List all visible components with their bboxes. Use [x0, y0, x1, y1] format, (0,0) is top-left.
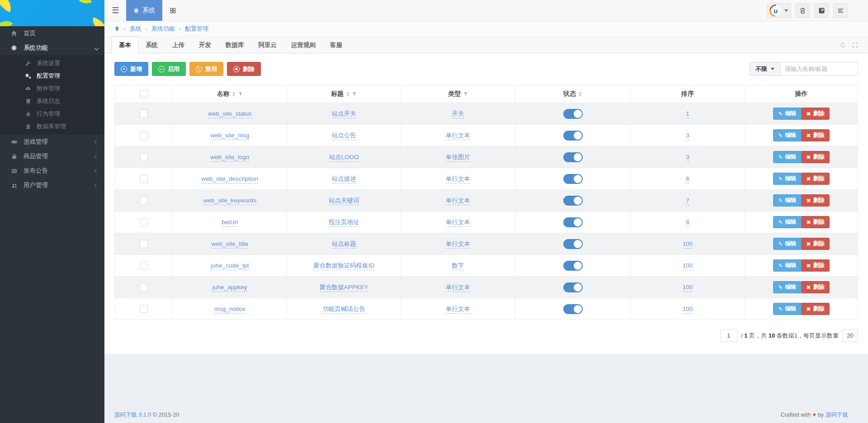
page-number-input[interactable] [720, 329, 737, 342]
tab-upload[interactable]: 上传 [165, 37, 192, 53]
sort-value-link[interactable]: 100 [683, 262, 693, 270]
tab-basic[interactable]: 基本 [112, 37, 138, 53]
row-delete-button[interactable]: ✖删除 [802, 303, 830, 315]
status-toggle[interactable] [563, 261, 583, 271]
sort-value-link[interactable]: 100 [683, 240, 693, 249]
status-toggle[interactable] [563, 282, 583, 292]
sidebar-subitem-system-settings[interactable]: 系统设置 [0, 57, 104, 70]
sidebar-subitem-system-logs[interactable]: 系统日志 [0, 95, 104, 108]
tab-operation-rules[interactable]: 运营规则 [284, 37, 323, 53]
config-type-link[interactable]: 单行文本 [446, 197, 470, 205]
status-toggle[interactable] [563, 304, 583, 314]
config-type-link[interactable]: 单行文本 [446, 306, 470, 314]
tab-customer-service[interactable]: 客服 [323, 37, 349, 53]
sidebar-item-game-management[interactable]: 游戏管理 [0, 135, 104, 149]
config-name-link[interactable]: web_site_title [211, 240, 248, 249]
user-avatar-button[interactable]: u [767, 3, 791, 18]
row-delete-button[interactable]: ✖删除 [802, 129, 830, 141]
config-title-link[interactable]: 站点公告 [332, 132, 356, 140]
row-edit-button[interactable]: ✎编辑 [773, 108, 801, 120]
config-title-link[interactable]: 聚合数据验证码模板ID [313, 262, 374, 270]
row-checkbox[interactable] [140, 197, 148, 205]
row-delete-button[interactable]: ✖删除 [802, 108, 830, 120]
disable-button[interactable]: ╲ 禁用 [189, 62, 223, 76]
config-name-link[interactable]: web_site_msg [210, 132, 249, 140]
row-checkbox[interactable] [140, 132, 148, 140]
sidebar-toggle-button[interactable]: ☰ [104, 0, 126, 21]
page-size-input[interactable] [842, 329, 858, 342]
col-header-type[interactable]: 类型 [401, 85, 515, 103]
row-delete-button[interactable]: ✖删除 [802, 259, 830, 272]
grid-menu-icon[interactable] [162, 0, 183, 21]
select-all-checkbox[interactable] [140, 90, 148, 98]
breadcrumb-link-system-functions[interactable]: 系统功能 [151, 25, 175, 33]
sort-value-link[interactable]: 7 [686, 197, 689, 205]
sidebar-item-system-functions[interactable]: 系统功能 [0, 41, 104, 55]
fullscreen-icon[interactable] [852, 42, 858, 48]
config-title-link[interactable]: 投注页地址 [329, 219, 359, 227]
config-type-link[interactable]: 单行文本 [446, 240, 470, 249]
sidebar-subitem-attachment-management[interactable]: 附件管理 [0, 82, 104, 95]
row-edit-button[interactable]: ✎编辑 [773, 238, 801, 250]
sort-value-link[interactable]: 3 [686, 132, 689, 140]
sort-value-link[interactable]: 6 [686, 175, 689, 183]
open-frontend-button[interactable] [814, 3, 829, 18]
row-edit-button[interactable]: ✎编辑 [773, 151, 801, 163]
row-delete-button[interactable]: ✖删除 [802, 194, 830, 207]
row-edit-button[interactable]: ✎编辑 [773, 129, 801, 141]
row-delete-button[interactable]: ✖删除 [802, 238, 830, 250]
footer-credit-link[interactable]: 源码下载 [826, 411, 848, 419]
row-checkbox[interactable] [140, 305, 148, 313]
config-type-link[interactable]: 开关 [452, 110, 464, 118]
row-checkbox[interactable] [140, 283, 148, 291]
sort-value-link[interactable]: 100 [683, 306, 693, 314]
search-input[interactable] [780, 62, 858, 76]
row-checkbox[interactable] [140, 218, 148, 226]
status-toggle[interactable] [563, 217, 583, 227]
menu-list-button[interactable] [833, 3, 848, 18]
sort-value-link[interactable]: 8 [686, 219, 689, 227]
clear-cache-button[interactable] [795, 3, 810, 18]
row-edit-button[interactable]: ✎编辑 [773, 259, 801, 272]
config-type-link[interactable]: 单张图片 [446, 154, 470, 162]
row-delete-button[interactable]: ✖删除 [802, 216, 830, 228]
config-type-link[interactable]: 单行文本 [446, 132, 470, 140]
add-button[interactable]: + 新增 [114, 62, 148, 76]
config-title-link[interactable]: 功能页喊话公告 [322, 306, 365, 314]
config-title-link[interactable]: 站点LOGO [329, 154, 359, 162]
sidebar-item-home[interactable]: 首页 [0, 26, 104, 41]
tab-dev[interactable]: 开发 [192, 37, 218, 53]
sidebar-subitem-database-management[interactable]: 数据库管理 [0, 120, 104, 133]
col-header-status[interactable]: 状态 [515, 85, 631, 103]
col-header-title[interactable]: 标题 [287, 85, 401, 103]
row-edit-button[interactable]: ✎编辑 [773, 303, 801, 315]
config-type-link[interactable]: 单行文本 [446, 284, 470, 292]
config-name-link[interactable]: web_site_logo [210, 154, 249, 162]
config-type-link[interactable]: 单行文本 [446, 175, 470, 183]
sidebar-item-product-management[interactable]: 商品管理 [0, 149, 104, 164]
row-edit-button[interactable]: ✎编辑 [773, 281, 801, 293]
sort-value-link[interactable]: 3 [686, 154, 689, 162]
config-name-link[interactable]: juhe_code_tpl [211, 262, 249, 270]
sidebar-subitem-behavior-management[interactable]: 行为管理 [0, 108, 104, 120]
status-toggle[interactable] [563, 239, 583, 249]
row-delete-button[interactable]: ✖删除 [802, 151, 830, 163]
status-toggle[interactable] [563, 174, 583, 184]
config-title-link[interactable]: 站点开关 [332, 110, 356, 118]
config-name-link[interactable]: web_site_keywords [203, 197, 256, 205]
config-title-link[interactable]: 聚合数据APPKEY [320, 284, 368, 292]
col-header-name[interactable]: 名称 [173, 85, 287, 103]
config-name-link[interactable]: web_site_description [201, 175, 258, 183]
config-name-link[interactable]: web_site_status [208, 110, 252, 118]
config-name-link[interactable]: juhe_appkey [212, 284, 247, 292]
config-title-link[interactable]: 站点描述 [332, 175, 356, 183]
app-logo[interactable] [0, 0, 104, 26]
row-delete-button[interactable]: ✖删除 [802, 173, 830, 185]
config-type-link[interactable]: 数字 [452, 262, 464, 270]
status-toggle[interactable] [563, 152, 583, 162]
status-toggle[interactable] [563, 196, 583, 206]
tab-aliyun[interactable]: 阿里云 [251, 37, 284, 53]
sort-value-link[interactable]: 100 [683, 284, 693, 292]
config-name-link[interactable]: betUrl [222, 219, 238, 227]
sidebar-item-user-management[interactable]: 用户管理 [0, 178, 104, 193]
